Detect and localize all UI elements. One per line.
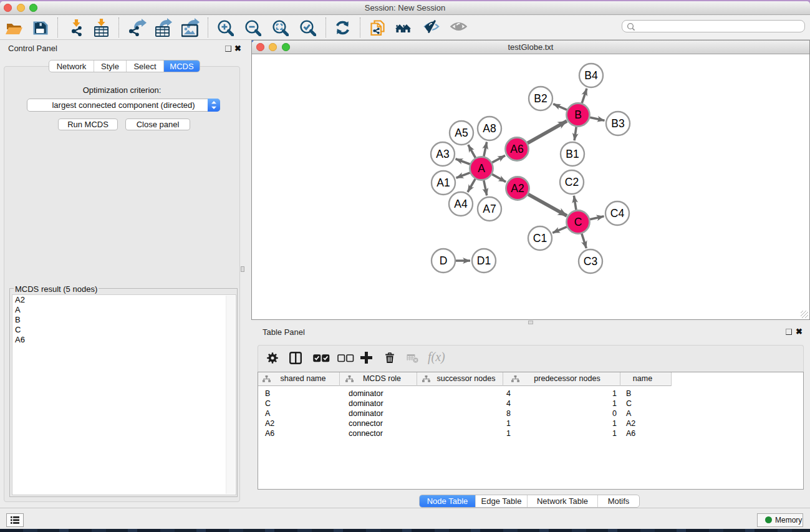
svg-text:C1: C1 <box>533 232 547 244</box>
svg-text:f(x): f(x) <box>428 351 445 364</box>
svg-text:A7: A7 <box>483 203 496 215</box>
svg-text:C4: C4 <box>610 207 625 220</box>
svg-text:C: C <box>574 216 582 228</box>
svg-text:B: B <box>574 109 582 121</box>
svg-text:B2: B2 <box>534 92 547 105</box>
svg-text:D1: D1 <box>477 254 491 267</box>
svg-text:A8: A8 <box>483 122 496 135</box>
svg-text:B4: B4 <box>584 69 598 82</box>
svg-text:A6: A6 <box>510 143 523 155</box>
svg-text:A2: A2 <box>511 182 524 195</box>
svg-text:C3: C3 <box>584 255 597 268</box>
svg-text:D: D <box>440 254 448 267</box>
svg-text:A1: A1 <box>436 177 450 189</box>
svg-text:A3: A3 <box>436 148 449 160</box>
svg-text:B1: B1 <box>566 148 579 160</box>
svg-text:A: A <box>478 162 485 175</box>
svg-text:B3: B3 <box>611 117 624 130</box>
svg-text:C2: C2 <box>565 176 579 188</box>
svg-text:A5: A5 <box>455 127 468 139</box>
svg-text:A4: A4 <box>454 198 468 210</box>
